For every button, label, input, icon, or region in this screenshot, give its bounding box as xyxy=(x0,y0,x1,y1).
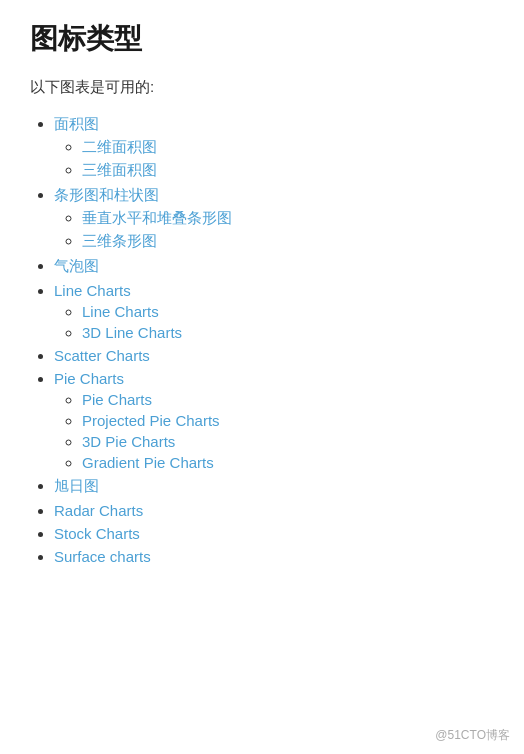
sub-list-item-link-3-1[interactable]: 3D Line Charts xyxy=(82,324,182,341)
sub-list-item-link-0-1[interactable]: 三维面积图 xyxy=(82,161,157,178)
list-item-6: 旭日图 xyxy=(54,477,494,496)
sub-list-item-link-5-1[interactable]: Projected Pie Charts xyxy=(82,412,220,429)
main-list: 面积图二维面积图三维面积图条形图和柱状图垂直水平和堆叠条形图三维条形图气泡图Li… xyxy=(30,115,494,565)
list-item-1: 条形图和柱状图垂直水平和堆叠条形图三维条形图 xyxy=(54,186,494,251)
list-item-5: Pie ChartsPie ChartsProjected Pie Charts… xyxy=(54,370,494,471)
list-item-link-0[interactable]: 面积图 xyxy=(54,115,99,132)
sub-list-item-3-0: Line Charts xyxy=(82,303,494,320)
sub-list-item-link-1-0[interactable]: 垂直水平和堆叠条形图 xyxy=(82,209,232,226)
sub-list-item-link-5-2[interactable]: 3D Pie Charts xyxy=(82,433,175,450)
sub-list-item-3-1: 3D Line Charts xyxy=(82,324,494,341)
sub-list-item-link-5-3[interactable]: Gradient Pie Charts xyxy=(82,454,214,471)
sub-list-item-5-1: Projected Pie Charts xyxy=(82,412,494,429)
sub-list-item-5-0: Pie Charts xyxy=(82,391,494,408)
list-item-link-2[interactable]: 气泡图 xyxy=(54,257,99,274)
list-item-link-7[interactable]: Radar Charts xyxy=(54,502,143,519)
sub-list-item-link-5-0[interactable]: Pie Charts xyxy=(82,391,152,408)
list-item-4: Scatter Charts xyxy=(54,347,494,364)
sub-list-item-0-0: 二维面积图 xyxy=(82,138,494,157)
sub-list-3: Line Charts3D Line Charts xyxy=(54,303,494,341)
sub-list-item-link-0-0[interactable]: 二维面积图 xyxy=(82,138,157,155)
list-item-link-8[interactable]: Stock Charts xyxy=(54,525,140,542)
sub-list-0: 二维面积图三维面积图 xyxy=(54,138,494,180)
watermark: @51CTO博客 xyxy=(435,727,510,744)
list-item-0: 面积图二维面积图三维面积图 xyxy=(54,115,494,180)
sub-list-item-link-1-1[interactable]: 三维条形图 xyxy=(82,232,157,249)
list-item-link-1[interactable]: 条形图和柱状图 xyxy=(54,186,159,203)
sub-list-item-5-3: Gradient Pie Charts xyxy=(82,454,494,471)
list-item-link-3[interactable]: Line Charts xyxy=(54,282,131,299)
sub-list-item-5-2: 3D Pie Charts xyxy=(82,433,494,450)
list-item-7: Radar Charts xyxy=(54,502,494,519)
sub-list-item-link-3-0[interactable]: Line Charts xyxy=(82,303,159,320)
subtitle: 以下图表是可用的: xyxy=(30,78,494,97)
sub-list-item-1-1: 三维条形图 xyxy=(82,232,494,251)
sub-list-item-0-1: 三维面积图 xyxy=(82,161,494,180)
list-item-link-9[interactable]: Surface charts xyxy=(54,548,151,565)
list-item-link-5[interactable]: Pie Charts xyxy=(54,370,124,387)
list-item-8: Stock Charts xyxy=(54,525,494,542)
list-item-3: Line ChartsLine Charts3D Line Charts xyxy=(54,282,494,341)
sub-list-item-1-0: 垂直水平和堆叠条形图 xyxy=(82,209,494,228)
sub-list-1: 垂直水平和堆叠条形图三维条形图 xyxy=(54,209,494,251)
page-title: 图标类型 xyxy=(30,20,494,58)
list-item-link-6[interactable]: 旭日图 xyxy=(54,477,99,494)
sub-list-5: Pie ChartsProjected Pie Charts3D Pie Cha… xyxy=(54,391,494,471)
list-item-9: Surface charts xyxy=(54,548,494,565)
list-item-2: 气泡图 xyxy=(54,257,494,276)
list-item-link-4[interactable]: Scatter Charts xyxy=(54,347,150,364)
